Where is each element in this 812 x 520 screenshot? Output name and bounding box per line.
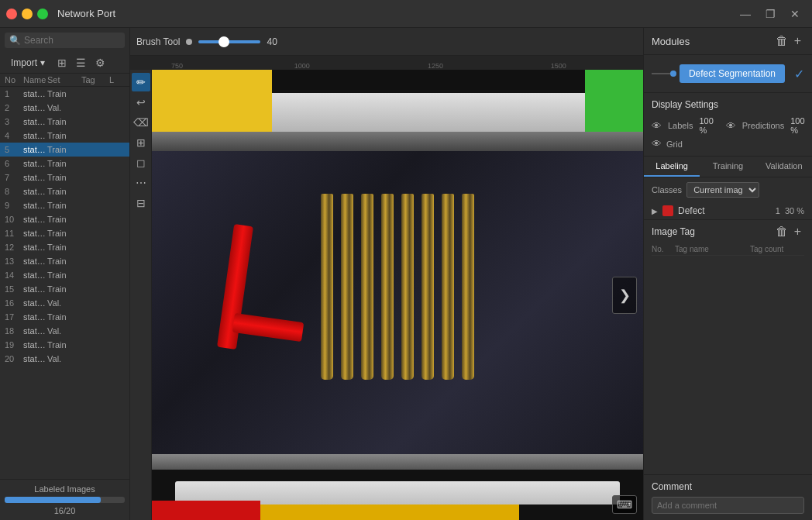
item-name: station_1_...	[23, 257, 47, 266]
item-name: station_1_...	[23, 340, 47, 350]
settings-list-btn[interactable]: ⚙	[92, 55, 108, 71]
grid-view-btn[interactable]: ⊞	[54, 55, 70, 71]
classes-filter-select[interactable]: Current imag	[686, 182, 759, 198]
list-item[interactable]: 3 station_1_... Train	[0, 115, 129, 129]
canvas-row: ✏↩⌫⊞◻⋯⊟	[130, 70, 643, 520]
brush-size-slider[interactable]	[198, 40, 260, 43]
keyboard-button[interactable]: ⌨	[612, 495, 637, 514]
white-strip-top	[272, 93, 585, 136]
item-no: 1	[5, 89, 23, 98]
classes-row: Classes Current imag	[644, 177, 812, 202]
pin-6	[421, 194, 434, 380]
list-item[interactable]: 14 station_1_... Train	[0, 268, 129, 282]
minimize-btn[interactable]	[22, 9, 33, 19]
tab-labeling[interactable]: Labeling	[644, 157, 700, 177]
pin-5	[401, 194, 414, 380]
comment-input[interactable]	[652, 497, 804, 514]
maximize-btn[interactable]	[37, 9, 48, 19]
tab-validation[interactable]: Validation	[756, 157, 812, 177]
item-name: station_1_...	[23, 201, 47, 210]
list-item[interactable]: 13 station_1_... Train	[0, 254, 129, 268]
window-minimize-icon-btn[interactable]: —	[735, 5, 756, 23]
list-item[interactable]: 1 station_1_... Train	[0, 87, 129, 101]
list-item[interactable]: 8 station_1_... Train	[0, 184, 129, 198]
tool-name-label: Brush Tool	[136, 36, 180, 47]
undo-draw-tool[interactable]: ↩	[132, 93, 150, 112]
list-item[interactable]: 11 station_1_... Train	[0, 226, 129, 240]
image-tag-trash-btn[interactable]: 🗑	[772, 225, 791, 239]
item-set: Val.	[47, 103, 81, 112]
list-item[interactable]: 19 station_1_... Train	[0, 338, 129, 352]
item-set: Train	[47, 215, 81, 224]
grid-eye-icon[interactable]: 👁	[652, 138, 662, 150]
list-item[interactable]: 18 station_1_... Val.	[0, 324, 129, 338]
brush-draw-tool[interactable]: ✏	[132, 73, 150, 91]
draw-tools-panel: ✏↩⌫⊞◻⋯⊟	[130, 70, 152, 520]
predictions-eye-icon[interactable]: 👁	[726, 120, 736, 132]
pipeline-line-left	[652, 73, 673, 74]
window-close-icon-btn[interactable]: ✕	[784, 5, 806, 23]
item-name: station_1_...	[23, 187, 47, 196]
misc-draw-tool[interactable]: ⋯	[132, 174, 150, 192]
item-set: Train	[47, 340, 81, 350]
bottom-yellow	[260, 505, 519, 520]
labels-eye-icon[interactable]: 👁	[652, 120, 662, 132]
modules-header: Modules 🗑 +	[644, 28, 812, 55]
item-no: 11	[5, 229, 23, 238]
defect-segmentation-btn[interactable]: Defect Segmentation	[680, 64, 785, 83]
progress-text: 16/20	[5, 506, 125, 515]
image-tag-section: Image Tag 🗑 + No. Tag name Tag count	[644, 219, 812, 260]
list-item[interactable]: 20 station_1_... Val.	[0, 352, 129, 366]
item-no: 19	[5, 340, 23, 350]
image-tag-add-btn[interactable]: +	[791, 225, 804, 239]
ruler-top: 750 1000 1250 1500	[130, 56, 643, 70]
list-item[interactable]: 9 station_1_... Train	[0, 198, 129, 212]
layer-draw-tool[interactable]: ⊟	[132, 194, 150, 212]
list-item[interactable]: 6 station_1_... Train	[0, 157, 129, 170]
list-item[interactable]: 7 station_1_... Train	[0, 170, 129, 184]
window-restore-icon-btn[interactable]: ❐	[759, 5, 781, 23]
list-item[interactable]: 2 station_1_... Val.	[0, 101, 129, 115]
list-item[interactable]: 16 station_1_... Val.	[0, 296, 129, 310]
grid-draw-tool[interactable]: ⊞	[132, 133, 150, 152]
search-bar: 🔍	[5, 33, 125, 48]
item-no: 14	[5, 270, 23, 280]
modules-add-btn[interactable]: +	[791, 34, 804, 48]
list-item[interactable]: 10 station_1_... Train	[0, 212, 129, 226]
item-set: Val.	[47, 326, 81, 336]
tab-training[interactable]: Training	[700, 157, 755, 177]
labels-row: 👁 Labels 100 % 👁 Predictions 100 %	[652, 116, 804, 135]
class-arrow-icon: ▶	[652, 207, 658, 215]
labels-pct: 100 %	[699, 116, 713, 135]
nav-next-icon: ❯	[619, 287, 631, 304]
close-btn[interactable]	[6, 9, 17, 19]
classes-label: Classes	[652, 185, 682, 195]
display-settings: Display Settings 👁 Labels 100 % 👁 Predic…	[644, 93, 812, 157]
rect-draw-tool[interactable]: ◻	[132, 153, 150, 172]
metal-frame-top	[152, 132, 643, 151]
import-button[interactable]: Import ▾	[5, 54, 51, 71]
item-name: station_1_...	[23, 145, 47, 154]
list-item[interactable]: 15 station_1_... Train	[0, 282, 129, 296]
search-input[interactable]	[24, 35, 120, 46]
image-tag-title: Image Tag	[652, 226, 772, 237]
modules-trash-btn[interactable]: 🗑	[772, 34, 791, 48]
list-header: No Name Set Tag L	[0, 74, 129, 87]
erase-draw-tool[interactable]: ⌫	[132, 113, 150, 132]
tag-col-count: Tag count	[750, 245, 804, 253]
nav-next-button[interactable]: ❯	[612, 277, 637, 314]
list-item[interactable]: 5 station_1_... Train	[0, 143, 129, 157]
item-no: 20	[5, 354, 23, 363]
list-item[interactable]: 12 station_1_... Train	[0, 240, 129, 254]
tag-col-no: No.	[652, 245, 675, 253]
list-view-btn[interactable]: ☰	[73, 55, 89, 71]
item-set: Train	[47, 284, 81, 294]
list-item[interactable]: 17 station_1_... Train	[0, 310, 129, 324]
item-no: 13	[5, 257, 23, 266]
list-item[interactable]: 4 station_1_... Train	[0, 129, 129, 143]
class-item[interactable]: ▶ Defect 1 30 %	[644, 202, 812, 219]
pin-7	[442, 194, 454, 380]
item-set: Train	[47, 270, 81, 280]
item-name: station_1_...	[23, 215, 47, 224]
item-name: station_1_...	[23, 354, 47, 363]
